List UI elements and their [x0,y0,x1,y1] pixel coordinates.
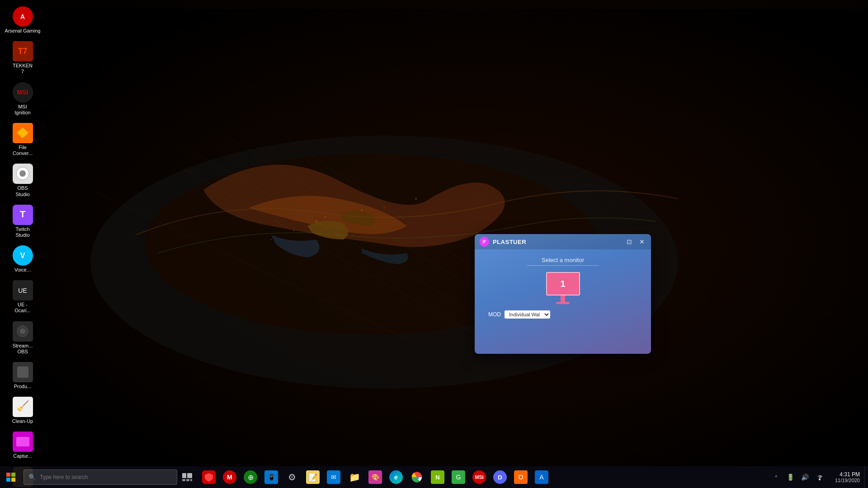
clock-time: 4:31 PM [840,471,860,478]
taskbar-search-bar[interactable]: 🔍 [24,469,177,485]
svg-point-58 [819,479,821,480]
plastuer-body: Select a monitor 1 MOD Individual Wal Sp… [475,249,651,326]
svg-text:T7: T7 [18,47,27,56]
capture-icon [13,432,33,452]
msi2-icon: MSI [472,470,486,484]
svg-point-4 [325,216,326,217]
plastuer-close-btn[interactable]: ✕ [637,237,646,246]
taskbar-app-xbox[interactable]: ⊕ [241,466,260,488]
taskbar-app-discord[interactable]: D [490,466,510,488]
taskbar-app-nvidia[interactable]: N [428,466,448,488]
desktop-icon-voicemod[interactable]: V Voice... [2,244,43,275]
msi-label: MSIIgnition [14,104,30,116]
mode-select[interactable]: Individual Wal Span Clone [505,310,550,319]
voicemod-icon: V [13,245,33,266]
taskbar: 🔍 M [0,466,868,488]
taskbar-app-paintnet[interactable]: 🎨 [365,466,385,488]
desktop-icon-msi[interactable]: MSI MSIIgnition [2,80,43,117]
svg-point-8 [293,230,294,231]
cleanup-label: Clean-Up [12,418,33,424]
svg-point-10 [271,239,272,240]
systray-battery-icon[interactable]: 🔋 [784,471,797,483]
svg-rect-41 [16,437,29,446]
systray-expand-btn[interactable]: ^ [770,471,783,483]
plastuer-resize-btn[interactable]: ⊡ [625,237,634,246]
windows-logo-icon [6,473,15,482]
desktop: A Arsenal Gaming T7 TEKKEN7 MSI MSIIgnit… [0,0,868,488]
capture-label: Captur... [13,453,32,459]
svg-rect-49 [6,478,10,482]
desktop-icons: A Arsenal Gaming T7 TEKKEN7 MSI MSIIgnit… [0,0,52,488]
svg-rect-55 [190,479,192,481]
clock-date: 11/19/2020 [835,478,860,483]
desktop-icon-streamobs[interactable]: Stream...OBS [2,319,43,357]
task-view-button[interactable] [177,466,197,488]
start-button[interactable] [0,466,22,488]
desktop-icon-ue[interactable]: UE UE -Ocari... [2,278,43,315]
taskbar-app-stickynotes[interactable]: 📝 [303,466,323,488]
svg-text:MSI: MSI [17,89,28,96]
svg-point-7 [415,198,417,200]
desktop-icon-fileconv[interactable]: FileConver... [2,121,43,158]
system-tray: ^ 🔋 🔊 [770,471,830,483]
taskbar-app-fileexplorer[interactable]: 📁 [344,466,364,488]
taskbar-app-mcafee[interactable]: M [220,466,240,488]
taskbar-app-defender[interactable] [199,466,219,488]
stickynotes-icon: 📝 [306,470,320,484]
svg-text:🧹: 🧹 [16,400,29,412]
plastuer-title: PLASTUER [493,239,526,245]
taskbar-app-chrome[interactable] [407,466,427,488]
obs-icon [13,164,33,184]
show-desktop-button[interactable] [864,466,868,488]
systray-network-icon[interactable] [813,471,826,483]
monitor-preview-1[interactable]: 1 [546,272,580,296]
svg-rect-54 [186,479,189,481]
desktop-icon-twitch[interactable]: T TwitchStudio [2,203,43,240]
taskbar-app-mail[interactable]: ✉ [324,466,344,488]
xbox-icon: ⊕ [244,470,257,484]
svg-point-26 [19,170,26,177]
edge-icon: e [389,470,403,484]
voicemod-label: Voice... [14,267,31,273]
taskbar-app-settings[interactable]: ⚙ [282,466,302,488]
ue-icon: UE [13,280,33,300]
tekken-icon: T7 [13,41,33,61]
taskbar-clock[interactable]: 4:31 PM 11/19/2020 [830,471,864,483]
desktop-icon-cleanup[interactable]: 🧹 Clean-Up [2,395,43,426]
taskbar-app-blue[interactable]: A [532,466,552,488]
blue-app-icon: A [535,470,548,484]
plastuer-titlebar: P PLASTUER ⊡ ✕ [475,234,651,249]
svg-text:V: V [20,252,25,259]
plastuer-monitor-display: 1 [546,272,580,304]
fileexplorer-icon: 📁 [348,470,361,484]
search-input[interactable] [40,474,172,480]
desktop-icon-tekken[interactable]: T7 TEKKEN7 [2,39,43,76]
taskbar-app-msi2[interactable]: MSI [469,466,489,488]
systray-volume-icon[interactable]: 🔊 [799,471,811,483]
taskbar-app-green[interactable]: G [448,466,468,488]
green-app-icon: G [452,470,465,484]
desktop-icon-obs[interactable]: OBSStudio [2,162,43,199]
wallpaper [0,0,868,488]
taskbar-app-phonelink[interactable]: 📱 [261,466,281,488]
svg-rect-53 [182,479,185,481]
tekken-label: TEKKEN7 [13,63,33,75]
discord-icon: D [493,470,507,484]
obs-label: OBSStudio [15,185,29,197]
monitor-stand [561,296,565,302]
svg-rect-37 [17,366,28,378]
svg-rect-48 [11,473,15,477]
desktop-icon-capture[interactable]: Captur... [2,430,43,461]
taskbar-pinned-apps: M ⊕ 📱 ⚙ [199,466,770,488]
taskbar-app-edge[interactable]: e [386,466,406,488]
svg-point-5 [361,210,363,211]
desktop-icon-product[interactable]: Produ... [2,360,43,391]
desktop-icon-arsenal[interactable]: A Arsenal Gaming [2,5,43,36]
defender-icon [202,470,216,484]
orange-app-icon: O [514,470,528,484]
streamobs-label: Stream...OBS [13,343,33,355]
fileconv-icon [13,123,33,143]
svg-point-9 [352,235,353,235]
msi-icon: MSI [13,82,33,103]
taskbar-app-orange[interactable]: O [511,466,531,488]
